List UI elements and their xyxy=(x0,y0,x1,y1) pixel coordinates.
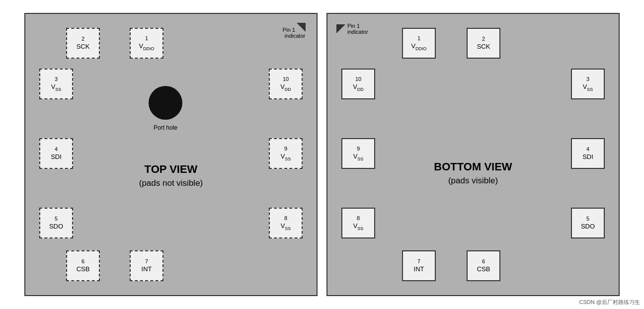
pin3-num: 3 xyxy=(55,76,58,82)
pin2-name: SCK xyxy=(77,43,90,51)
bpin-box-2: 2 SCK xyxy=(467,28,500,59)
pin-box-9: 9 VSS xyxy=(269,138,303,169)
bpin5-name: SDO xyxy=(581,223,595,231)
bottom-view-title: BOTTOM VIEW(pads visible) xyxy=(434,160,512,186)
bpin9-name: VSS xyxy=(353,153,364,162)
pin6-num: 6 xyxy=(81,258,84,265)
pin1-indicator-label: Pin 1indicator xyxy=(347,23,368,35)
bottom-view-diagram: Pin 1indicator 1 VDDIO 2 SCK 10 VDD 3 VS… xyxy=(326,13,620,296)
port-hole-label: Port hole xyxy=(149,124,182,131)
bpin3-name: VSS xyxy=(583,83,593,92)
bpin4-name: SDI xyxy=(582,153,593,161)
pin7-num: 7 xyxy=(145,258,148,265)
pin8-num: 8 xyxy=(284,215,287,222)
bpin1-name: VDDIO xyxy=(411,42,426,52)
bpin10-num: 10 xyxy=(355,76,361,82)
port-hole xyxy=(149,86,182,120)
pin1-indicator-top: Pin 1 indicator xyxy=(283,23,306,39)
pin-box-10: 10 VDD xyxy=(269,69,303,99)
pin-box-1: 1 VDDIO xyxy=(130,28,163,59)
pin1-triangle-icon xyxy=(336,24,345,33)
pin1-num: 1 xyxy=(145,35,148,42)
bpin-box-7: 7 INT xyxy=(402,250,436,281)
top-view-title: TOP VIEW(pads not visible) xyxy=(139,163,203,189)
pin4-num: 4 xyxy=(55,146,58,153)
bpin7-num: 7 xyxy=(417,258,420,265)
pin3-name: VSS xyxy=(51,83,62,92)
bpin-box-1: 1 VDDIO xyxy=(402,28,436,59)
bpin8-num: 8 xyxy=(357,215,360,222)
bpin9-num: 9 xyxy=(357,145,360,152)
bpin6-num: 6 xyxy=(482,258,485,265)
pin-box-6: 6 CSB xyxy=(66,250,100,281)
pin-box-7: 7 INT xyxy=(130,250,163,281)
pin-box-4: 4 SDI xyxy=(39,138,73,169)
pin2-num: 2 xyxy=(81,35,84,42)
pin-box-3: 3 VSS xyxy=(39,69,73,99)
bpin8-name: VSS xyxy=(353,222,364,232)
bpin-box-4: 4 SDI xyxy=(571,138,605,169)
bpin-box-5: 5 SDO xyxy=(571,208,605,238)
bpin6-name: CSB xyxy=(477,265,490,274)
pin-box-5: 5 SDO xyxy=(39,208,73,238)
pin1-indicator-bottom: Pin 1indicator xyxy=(336,23,368,35)
bpin5-num: 5 xyxy=(586,215,589,222)
watermark: CSDN @后厂村路练习生 xyxy=(579,299,640,306)
bpin1-num: 1 xyxy=(417,35,420,42)
svg-marker-0 xyxy=(336,24,345,33)
pin7-name: INT xyxy=(142,265,152,274)
pin9-name: VSS xyxy=(281,153,291,162)
pin4-name: SDI xyxy=(51,153,62,161)
pin5-name: SDO xyxy=(49,223,63,231)
bpin-box-3: 3 VSS xyxy=(571,69,605,99)
bpin10-name: VDD xyxy=(353,83,364,92)
top-view-diagram: Pin 1 indicator 2 SCK 1 VDDIO 10 VDD 3 V… xyxy=(24,13,318,296)
pin8-name: VSS xyxy=(281,222,291,232)
bpin2-num: 2 xyxy=(482,35,485,42)
bpin-box-8: 8 VSS xyxy=(341,208,375,238)
bpin4-num: 4 xyxy=(586,146,589,153)
pin-box-8: 8 VSS xyxy=(269,208,303,238)
bpin-box-10: 10 VDD xyxy=(341,69,375,99)
pin5-num: 5 xyxy=(55,215,58,222)
pin1-name: VDDIO xyxy=(139,42,154,52)
main-container: Pin 1 indicator 2 SCK 1 VDDIO 10 VDD 3 V… xyxy=(9,8,635,301)
bpin2-name: SCK xyxy=(477,43,490,51)
bpin7-name: INT xyxy=(414,265,424,274)
bpin-box-9: 9 VSS xyxy=(341,138,375,169)
pin10-num: 10 xyxy=(283,76,289,82)
bpin3-num: 3 xyxy=(586,76,589,82)
pin-box-2: 2 SCK xyxy=(66,28,100,59)
bpin-box-6: 6 CSB xyxy=(467,250,500,281)
pin10-name: VDD xyxy=(280,83,291,92)
pin9-num: 9 xyxy=(284,145,287,152)
pin6-name: CSB xyxy=(77,265,90,274)
